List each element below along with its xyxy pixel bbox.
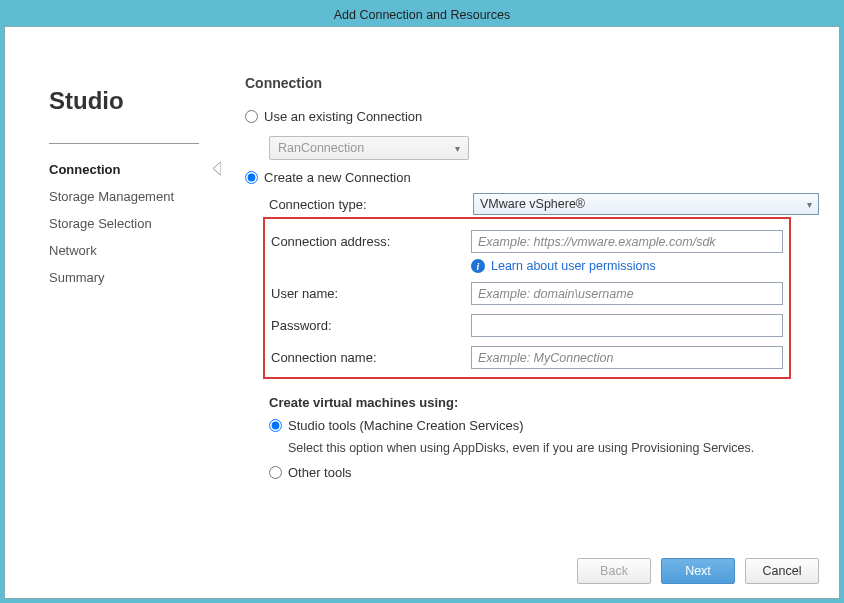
step-summary[interactable]: Summary <box>49 264 215 291</box>
step-label: Network <box>49 243 97 258</box>
radio-studio-tools[interactable] <box>269 419 282 432</box>
radio-create[interactable] <box>245 171 258 184</box>
window-title: Add Connection and Resources <box>334 8 511 22</box>
password-row: Password: <box>271 314 783 337</box>
info-icon: i <box>471 259 485 273</box>
vm-tools-title: Create virtual machines using: <box>269 395 819 410</box>
radio-create-label: Create a new Connection <box>264 170 411 185</box>
step-storage-management[interactable]: Storage Management <box>49 183 215 210</box>
radio-other-tools-row[interactable]: Other tools <box>269 465 819 480</box>
brand-title: Studio <box>49 87 215 115</box>
username-label: User name: <box>271 286 461 301</box>
wizard-steps: Connection Storage Management Storage Se… <box>49 156 215 291</box>
connection-name-label: Connection name: <box>271 350 461 365</box>
next-button[interactable]: Next <box>661 558 735 584</box>
step-label: Storage Selection <box>49 216 152 231</box>
password-input[interactable] <box>471 314 783 337</box>
step-network[interactable]: Network <box>49 237 215 264</box>
address-input[interactable] <box>471 230 783 253</box>
vm-tools-section: Create virtual machines using: Studio to… <box>269 395 819 480</box>
address-label: Connection address: <box>271 234 461 249</box>
sidebar-divider <box>49 143 199 144</box>
connection-type-select[interactable]: VMware vSphere® ▾ <box>473 193 819 215</box>
connection-type-row: Connection type: VMware vSphere® ▾ <box>269 193 819 215</box>
username-row: User name: <box>271 282 783 305</box>
studio-tools-desc: Select this option when using AppDisks, … <box>288 441 819 455</box>
step-connection[interactable]: Connection <box>49 156 215 183</box>
existing-connection-dropdown[interactable]: RanConnection ▾ <box>269 136 469 160</box>
chevron-down-icon: ▾ <box>455 143 460 154</box>
chevron-down-icon: ▾ <box>807 199 812 210</box>
highlighted-fields-box: Connection address: i Learn about user p… <box>263 217 791 379</box>
connection-name-row: Connection name: <box>271 346 783 369</box>
radio-studio-tools-row[interactable]: Studio tools (Machine Creation Services) <box>269 418 819 433</box>
connection-type-label: Connection type: <box>269 197 463 212</box>
step-label: Connection <box>49 162 121 177</box>
titlebar: Add Connection and Resources <box>4 4 840 26</box>
connection-type-value: VMware vSphere® <box>480 197 585 211</box>
radio-other-tools[interactable] <box>269 466 282 479</box>
radio-existing-row[interactable]: Use an existing Connection <box>245 109 819 124</box>
button-bar: Back Next Cancel <box>25 550 819 584</box>
section-title: Connection <box>245 75 819 91</box>
radio-other-tools-label: Other tools <box>288 465 352 480</box>
main-row: Studio Connection Storage Management Sto… <box>25 47 819 550</box>
form-area: Connection Use an existing Connection Ra… <box>215 47 819 550</box>
address-row: Connection address: <box>271 230 783 253</box>
radio-studio-tools-label: Studio tools (Machine Creation Services) <box>288 418 524 433</box>
radio-existing-label: Use an existing Connection <box>264 109 422 124</box>
step-label: Summary <box>49 270 105 285</box>
back-button[interactable]: Back <box>577 558 651 584</box>
step-storage-selection[interactable]: Storage Selection <box>49 210 215 237</box>
learn-permissions-link[interactable]: Learn about user permissions <box>491 259 656 273</box>
content-panel: Studio Connection Storage Management Sto… <box>4 26 840 599</box>
wizard-window: Add Connection and Resources Studio Conn… <box>0 0 844 603</box>
cancel-button[interactable]: Cancel <box>745 558 819 584</box>
password-label: Password: <box>271 318 461 333</box>
connection-name-input[interactable] <box>471 346 783 369</box>
learn-permissions-row: i Learn about user permissions <box>471 259 783 273</box>
step-label: Storage Management <box>49 189 174 204</box>
radio-create-row[interactable]: Create a new Connection <box>245 170 819 185</box>
radio-existing[interactable] <box>245 110 258 123</box>
username-input[interactable] <box>471 282 783 305</box>
wizard-sidebar: Studio Connection Storage Management Sto… <box>25 47 215 550</box>
existing-dropdown-wrap: RanConnection ▾ <box>269 132 819 170</box>
existing-dropdown-value: RanConnection <box>278 141 364 155</box>
